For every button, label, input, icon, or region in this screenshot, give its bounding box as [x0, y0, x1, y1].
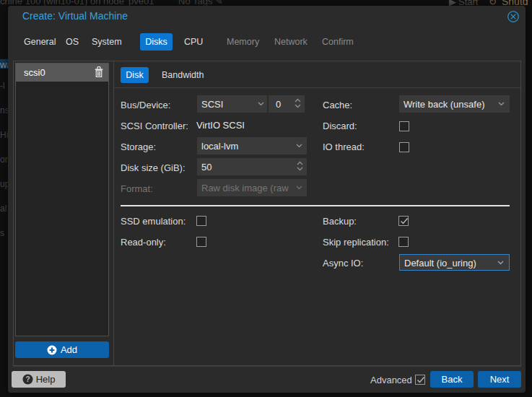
- svg-text:?: ?: [25, 375, 30, 383]
